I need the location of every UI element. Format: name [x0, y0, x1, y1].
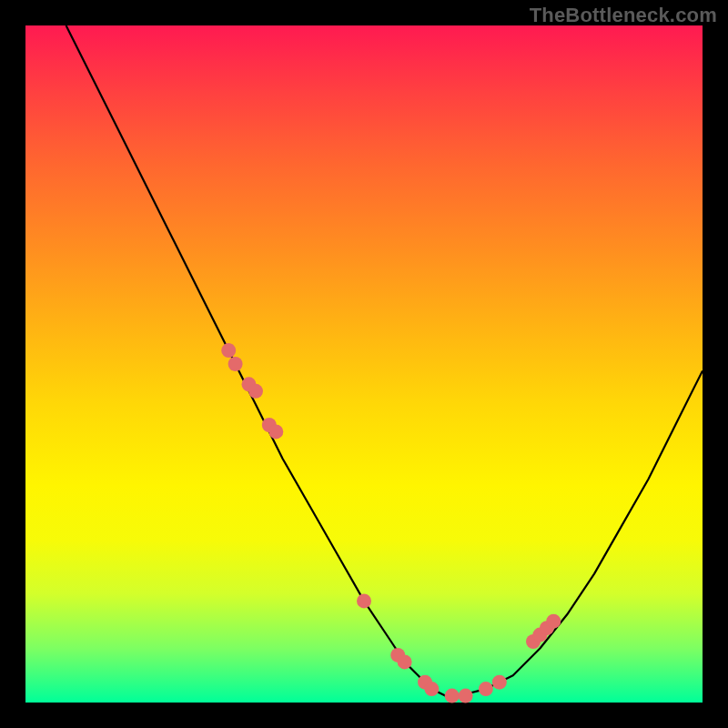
- marker-dot: [424, 682, 439, 696]
- chart-svg: [25, 25, 703, 703]
- marker-dot: [357, 593, 371, 608]
- watermark-text: TheBottleneck.com: [530, 4, 717, 27]
- marker-dot: [546, 614, 561, 629]
- marker-dot: [445, 689, 460, 703]
- marker-dot: [221, 343, 236, 358]
- curve-line: [66, 25, 703, 696]
- marker-dot: [398, 654, 412, 669]
- marker-dots: [221, 343, 561, 703]
- marker-dot: [459, 689, 473, 703]
- marker-dot: [479, 682, 493, 696]
- marker-dot: [492, 675, 507, 690]
- marker-dot: [268, 424, 283, 439]
- bottleneck-curve-path: [66, 25, 703, 696]
- marker-dot: [228, 357, 243, 371]
- marker-dot: [248, 384, 263, 399]
- gradient-plot-area: [25, 25, 703, 703]
